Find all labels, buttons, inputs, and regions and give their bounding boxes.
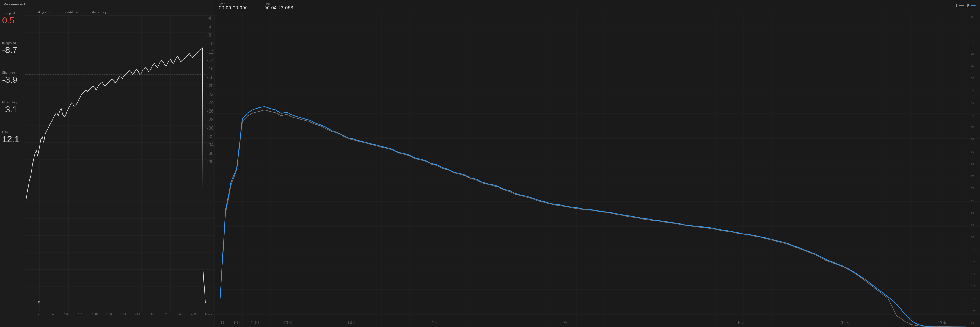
lra-label: LRA	[2, 130, 22, 133]
svg-text:-4: -4	[207, 16, 211, 21]
metrics-sidebar: True peak 0.5 Integrated -8.7 Short-term…	[0, 9, 25, 327]
channel-right-indicator	[970, 5, 975, 6]
loudness-chart-wrapper: -4 -6 -8 -10 -12 -14 -16 -18 -20 -22 -24…	[25, 15, 214, 312]
time-tick-1:20: 1:20	[78, 313, 83, 316]
true-peak-label: True peak	[2, 11, 22, 15]
svg-text:10k: 10k	[841, 319, 849, 325]
db-35: 35	[971, 89, 979, 92]
svg-text:-16: -16	[207, 66, 214, 71]
db-15: 15	[971, 40, 979, 43]
time-tick-0:20: 0:20	[36, 313, 41, 316]
play-button[interactable]	[37, 300, 41, 304]
time-tick-3:20: 3:20	[163, 313, 168, 316]
legend-short-term: Short-term	[55, 10, 78, 14]
db-120: 120	[971, 297, 979, 300]
db-125: 125	[971, 309, 979, 312]
momentary-value: -3.1	[2, 105, 22, 114]
end-label: End	[264, 2, 293, 5]
hz-label: Hz	[971, 322, 979, 324]
time-axis-label: h:m:s	[205, 313, 212, 316]
time-tick-2:20: 2:20	[121, 313, 126, 316]
momentary-metric: Momentary -3.1	[2, 101, 22, 114]
svg-text:-28: -28	[207, 117, 214, 122]
legend-integrated: Integrated	[27, 10, 50, 14]
short-term-metric: Short-term -3.9	[2, 71, 22, 84]
time-tick-1:40: 1:40	[92, 313, 98, 316]
time-tick-0:40: 0:40	[50, 313, 55, 316]
svg-text:50: 50	[234, 319, 240, 325]
svg-text:-14: -14	[207, 58, 214, 63]
svg-text:10: 10	[220, 319, 226, 325]
channel-legend: L R	[956, 2, 975, 10]
svg-text:-12: -12	[207, 49, 214, 55]
db-30: 30	[971, 77, 979, 80]
legend-integrated-label: Integrated	[37, 10, 50, 14]
svg-text:-10: -10	[207, 41, 214, 46]
true-peak-metric: True peak 0.5	[2, 11, 22, 25]
db-55: 55	[971, 138, 979, 141]
end-time-info: End 00:04:22.063	[264, 2, 293, 10]
legend-momentary-label: Momentary	[92, 10, 107, 14]
short-term-value: -3.9	[2, 75, 22, 84]
channel-left-indicator	[959, 5, 964, 6]
svg-text:-24: -24	[207, 100, 214, 106]
svg-marker-24	[38, 300, 40, 303]
svg-text:100: 100	[251, 319, 259, 325]
db-65: 65	[971, 162, 979, 165]
db-10: 10	[971, 28, 979, 31]
chart-legend: Integrated Short-term Momentary	[25, 9, 214, 15]
db-20: 20	[971, 52, 979, 55]
db-80: 80	[971, 199, 979, 202]
time-axis: 0:20 0:40 1:00 1:20 1:40 2:00 2:20 2:40 …	[25, 312, 214, 317]
svg-text:20k: 20k	[938, 319, 947, 325]
integrated-metric: Integrated -8.7	[2, 41, 22, 54]
spectrum-svg: 10 50 100 200 500 1k 2k 5k 10k 20k	[215, 13, 980, 327]
channel-left-label: L	[956, 4, 958, 8]
legend-short-term-line	[55, 12, 62, 13]
start-label: Start	[219, 2, 248, 5]
db-axis: dB 10 15 20 25 30 35 40 45 50 55 60 65 7…	[970, 13, 980, 327]
start-value: 00:00:00.000	[219, 5, 248, 10]
spectrum-area: 10 50 100 200 500 1k 2k 5k 10k 20k dB 10…	[215, 13, 980, 327]
db-60: 60	[971, 150, 979, 153]
right-panel: Start 00:00:00.000 End 00:04:22.063 L R	[215, 0, 980, 327]
time-tick-2:00: 2:00	[107, 313, 111, 316]
left-panel: Measurement True peak 0.5 Integrated -8.…	[0, 0, 215, 327]
svg-text:-34: -34	[207, 143, 214, 148]
short-term-label: Short-term	[2, 71, 22, 74]
true-peak-value: 0.5	[2, 16, 22, 25]
integrated-value: -8.7	[2, 46, 22, 54]
legend-short-term-label: Short-term	[64, 10, 78, 14]
svg-text:-30: -30	[207, 125, 214, 131]
db-105: 105	[971, 260, 979, 263]
db-85: 85	[971, 211, 979, 214]
right-header: Start 00:00:00.000 End 00:04:22.063 L R	[215, 0, 980, 13]
loudness-svg: -4 -6 -8 -10 -12 -14 -16 -18 -20 -22 -24…	[25, 15, 214, 312]
svg-rect-4	[25, 15, 214, 312]
legend-integrated-line	[27, 12, 35, 13]
svg-text:500: 500	[348, 319, 356, 325]
svg-text:-18: -18	[207, 75, 214, 80]
legend-momentary-line	[83, 12, 90, 13]
db-100: 100	[971, 248, 979, 251]
integrated-label: Integrated	[2, 41, 22, 44]
channel-left: L	[956, 4, 964, 8]
panel-title: Measurement	[0, 0, 214, 9]
momentary-label: Momentary	[2, 101, 22, 104]
db-40: 40	[971, 102, 979, 104]
lra-metric: LRA 12.1	[2, 130, 22, 143]
db-95: 95	[971, 236, 979, 238]
svg-text:-38: -38	[207, 159, 214, 165]
db-90: 90	[971, 224, 979, 226]
left-inner: True peak 0.5 Integrated -8.7 Short-term…	[0, 9, 214, 327]
lra-value: 12.1	[2, 135, 22, 143]
svg-text:-20: -20	[207, 83, 214, 89]
time-tick-1:00: 1:00	[64, 313, 69, 316]
legend-momentary: Momentary	[83, 10, 107, 14]
time-tick-4:00: 4:00	[191, 313, 196, 316]
svg-text:-22: -22	[207, 92, 214, 97]
svg-text:200: 200	[284, 319, 292, 325]
svg-text:1k: 1k	[432, 319, 437, 325]
svg-text:2k: 2k	[562, 319, 568, 325]
svg-text:-32: -32	[207, 134, 214, 139]
